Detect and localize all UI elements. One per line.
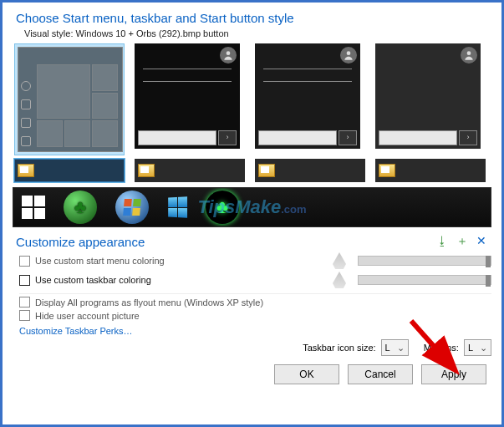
cancel-button[interactable]: Cancel [348, 364, 413, 384]
iconsize-label: Taskbar icon size: [303, 343, 375, 353]
margins-label: Margins: [424, 343, 459, 353]
start-button-orbs: ♣ ♣ TipsMake.com [13, 187, 491, 227]
ok-button[interactable]: OK [274, 364, 339, 384]
apply-button[interactable]: Apply [421, 364, 486, 384]
import-icon[interactable]: ⭳ [436, 234, 448, 249]
taskbar-preview-4[interactable] [375, 159, 486, 182]
clover-orb-neon[interactable]: ♣ [206, 191, 239, 224]
customize-perks-link[interactable]: Customize Taskbar Perks… [19, 326, 491, 336]
taskbar-preview-1[interactable] [14, 159, 125, 182]
win10-start-icon[interactable] [22, 196, 45, 219]
style-preview-dark3[interactable]: › [375, 43, 486, 149]
avatar-icon [340, 47, 357, 64]
taskbar-preview-2[interactable] [135, 159, 245, 182]
opt-start-coloring[interactable]: Use custom start menu coloring [19, 252, 491, 269]
opt-flyout-menu[interactable]: Display All programs as flyout menu (Win… [19, 297, 491, 308]
dialog-buttons: OK Cancel Apply [13, 364, 491, 384]
checkbox[interactable] [19, 297, 30, 308]
opt-taskbar-coloring[interactable]: Use custom taskbar coloring [19, 272, 491, 294]
customize-title: Customize appearance [16, 235, 436, 249]
svg-point-2 [467, 51, 471, 55]
folder-icon [379, 164, 395, 177]
folder-icon [258, 164, 275, 177]
style-thumbnails: › › › [14, 43, 491, 155]
avatar-icon [220, 47, 237, 64]
checkbox[interactable] [19, 275, 30, 286]
win8-logo-icon[interactable] [168, 196, 187, 217]
taskbar-preview-3[interactable] [255, 159, 365, 182]
folder-icon [18, 164, 34, 177]
visual-style-label: Visual style: Windows 10 + Orbs (292).bm… [24, 28, 491, 38]
avatar-icon [461, 47, 477, 64]
opt-hide-avatar[interactable]: Hide user account picture [19, 310, 491, 321]
page-title: Choose Start menu, taskbar and Start but… [16, 11, 491, 25]
margins-select[interactable]: L [464, 339, 491, 356]
color-drop-icon [333, 252, 346, 269]
add-icon[interactable]: ＋ [456, 234, 468, 249]
style-preview-dark1[interactable]: › [135, 43, 245, 149]
color-drop-icon [333, 272, 346, 288]
svg-point-1 [347, 51, 351, 55]
clover-orb-green[interactable]: ♣ [64, 191, 97, 224]
close-icon[interactable]: ✕ [476, 234, 486, 249]
settings-dialog: Choose Start menu, taskbar and Start but… [0, 0, 504, 427]
style-preview-dark2[interactable]: › [255, 43, 365, 149]
iconsize-select[interactable]: L [381, 339, 409, 356]
opacity-slider[interactable] [358, 275, 491, 285]
checkbox[interactable] [19, 256, 30, 267]
win7-orb[interactable] [115, 191, 149, 224]
folder-icon [138, 164, 155, 177]
style-preview-windows10[interactable] [14, 43, 125, 155]
opacity-slider[interactable] [358, 256, 491, 266]
checkbox[interactable] [19, 310, 30, 321]
svg-point-0 [227, 51, 231, 55]
taskbar-thumbnails [14, 159, 491, 182]
